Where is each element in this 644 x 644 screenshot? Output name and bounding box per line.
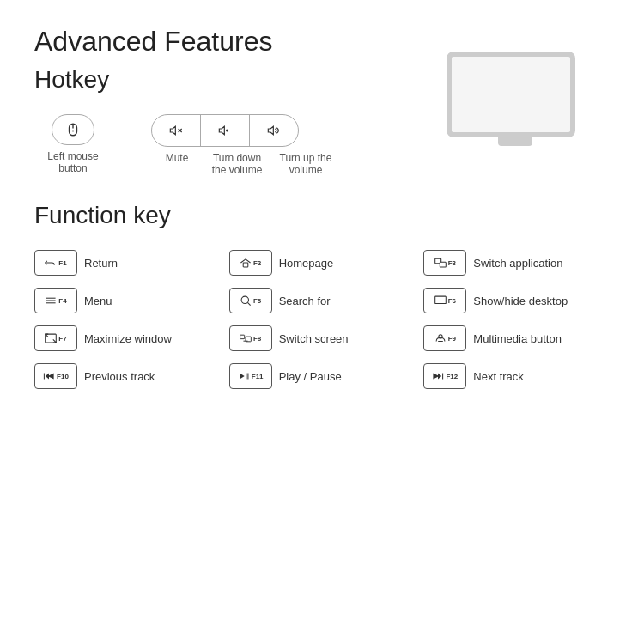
monitor-illustration: [447, 52, 584, 146]
fkey-f7-badge[interactable]: F7: [34, 325, 77, 351]
fkey-f10: F10 Previous track: [34, 363, 221, 389]
fkey-f1: F1 Return: [34, 250, 221, 276]
fkey-f5-badge[interactable]: F5: [229, 288, 272, 313]
svg-marker-7: [268, 126, 273, 134]
fkey-f11-label: Play / Pause: [279, 370, 342, 383]
fkey-f9-label: Multimedia button: [473, 332, 562, 345]
svg-rect-19: [240, 335, 245, 338]
volume-key-group: [151, 114, 299, 147]
left-mouse-label: Left mouse button: [34, 150, 112, 174]
function-key-title: Function key: [34, 202, 610, 229]
fkey-f1-badge[interactable]: F1: [34, 250, 77, 276]
fkey-f8: F8 Switch screen: [229, 325, 416, 351]
fkey-f4-label: Menu: [84, 295, 112, 307]
hotkey-left-mouse: Left mouse button: [34, 114, 112, 174]
fkey-f12: F12 Next track: [423, 363, 610, 389]
function-key-grid: F1 Return F2 Homepage F3: [34, 250, 610, 389]
vol-down-key[interactable]: [201, 115, 250, 146]
fkey-f9-badge[interactable]: F9: [423, 325, 466, 351]
vol-up-key[interactable]: [250, 115, 298, 146]
svg-line-15: [247, 302, 250, 305]
fkey-f9: F9 Multimedia button: [423, 325, 610, 351]
fkey-f7-label: Maximize window: [84, 332, 172, 345]
svg-marker-6: [219, 126, 224, 134]
fkey-f3-label: Switch application: [473, 257, 562, 270]
vol-up-label: Turn up thevolume: [271, 152, 340, 176]
svg-rect-10: [440, 262, 446, 267]
fkey-f7: F7 Maximize window: [34, 325, 221, 351]
svg-marker-32: [438, 374, 441, 380]
fkey-f5: F5 Search for: [229, 288, 416, 313]
fkey-f5-label: Search for: [279, 295, 331, 307]
fkey-f2-badge[interactable]: F2: [229, 250, 272, 276]
mute-label: Mute: [151, 152, 203, 176]
fkey-f1-label: Return: [84, 257, 118, 270]
fkey-f6-badge[interactable]: F6: [423, 288, 466, 313]
vol-down-label: Turn downthe volume: [203, 152, 271, 176]
fkey-f10-badge[interactable]: F10: [34, 363, 77, 389]
left-mouse-key[interactable]: [52, 114, 94, 145]
fkey-f3: F3 Switch application: [423, 250, 610, 276]
svg-point-2: [72, 131, 74, 132]
fkey-f11: F11 Play / Pause: [229, 363, 416, 389]
fkey-f4-badge[interactable]: F4: [34, 288, 77, 313]
fkey-f11-badge[interactable]: F11: [229, 363, 272, 389]
fkey-f12-badge[interactable]: F12: [423, 363, 466, 389]
fkey-f3-badge[interactable]: F3: [423, 250, 466, 276]
mute-key[interactable]: [152, 115, 201, 146]
svg-marker-27: [240, 374, 245, 380]
svg-marker-3: [170, 126, 175, 134]
svg-point-14: [241, 296, 248, 303]
fkey-f4: F4 Menu: [34, 288, 221, 313]
svg-rect-8: [243, 263, 248, 267]
fkey-f8-label: Switch screen: [279, 332, 349, 345]
fkey-f2-label: Homepage: [279, 257, 334, 270]
fkey-f2: F2 Homepage: [229, 250, 416, 276]
fkey-f10-label: Previous track: [84, 370, 155, 383]
fkey-f8-badge[interactable]: F8: [229, 325, 272, 351]
fkey-f12-label: Next track: [473, 370, 524, 383]
function-key-section: Function key F1 Return F2 Homepag: [34, 202, 610, 389]
svg-rect-16: [434, 296, 446, 303]
svg-marker-26: [46, 374, 49, 380]
fkey-f6: F6 Show/hide desktop: [423, 288, 610, 313]
fkey-f6-label: Show/hide desktop: [473, 295, 568, 307]
